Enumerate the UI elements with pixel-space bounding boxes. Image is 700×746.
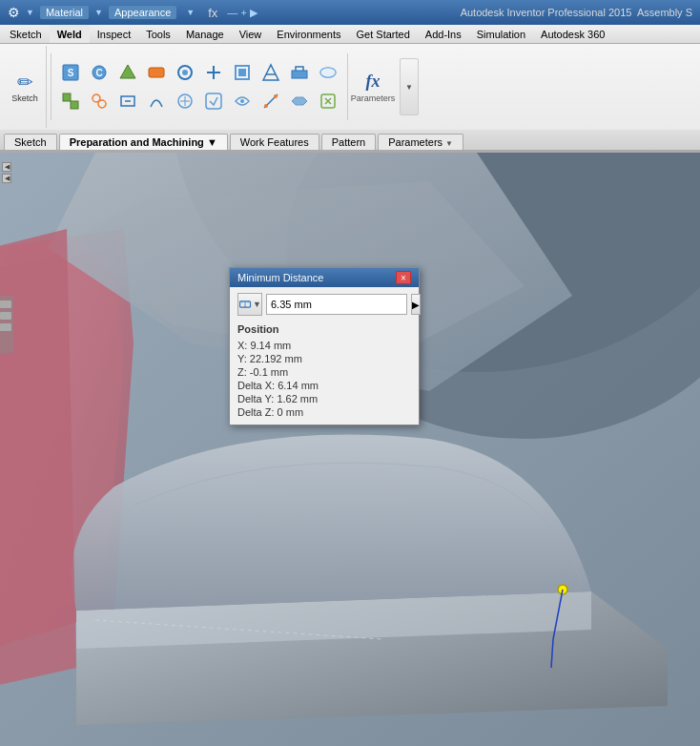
tab-pattern[interactable]: Pattern bbox=[321, 134, 376, 150]
ribbon-icon-11[interactable] bbox=[57, 88, 84, 114]
svg-rect-14 bbox=[71, 101, 78, 109]
viewport: ◀ ◀ Minimum Distance × ▼ ▶ Position X: 9 bbox=[0, 153, 700, 746]
ribbon-icon-14[interactable] bbox=[143, 88, 170, 114]
dialog-input-row: ▼ ▶ bbox=[237, 293, 411, 316]
ribbon-sep-1 bbox=[51, 53, 51, 120]
position-x: X: 9.14 mm bbox=[237, 339, 411, 352]
position-z: Z: -0.1 mm bbox=[237, 365, 411, 379]
ribbon-icon-3[interactable] bbox=[114, 59, 141, 86]
left-indicators: ◀ ◀ bbox=[2, 162, 11, 183]
title-right: Autodesk Inventor Professional 2015 Asse… bbox=[461, 7, 692, 18]
ribbon-icon-20[interactable] bbox=[315, 88, 341, 114]
ribbon-sketch-section: ✏ Sketch bbox=[4, 46, 47, 128]
ribbon-icon-5[interactable] bbox=[172, 59, 198, 86]
svg-rect-33 bbox=[0, 312, 11, 320]
ribbon: ✏ Sketch S C bbox=[0, 44, 700, 153]
dialog-close-button[interactable]: × bbox=[396, 271, 411, 284]
delta-y: Delta Y: 1.62 mm bbox=[237, 392, 411, 405]
material-dropdown[interactable]: Material bbox=[40, 6, 89, 19]
menu-environments[interactable]: Environments bbox=[269, 25, 348, 43]
svg-rect-34 bbox=[0, 323, 11, 331]
menu-bar: Sketch Weld Inspect Tools Manage View En… bbox=[0, 25, 700, 44]
minimum-distance-dialog: Minimum Distance × ▼ ▶ Position X: 9.14 … bbox=[229, 267, 420, 425]
ribbon-dropdown-section: ▼ bbox=[396, 46, 422, 128]
dialog-arrow-button[interactable]: ▶ bbox=[411, 294, 421, 315]
svg-text:C: C bbox=[95, 68, 102, 78]
ribbon-icon-18[interactable] bbox=[257, 88, 284, 114]
position-label: Position bbox=[237, 323, 411, 335]
menu-tools[interactable]: Tools bbox=[138, 25, 178, 43]
menu-manage[interactable]: Manage bbox=[178, 25, 232, 43]
sketch-icon[interactable]: ✏ Sketch bbox=[8, 60, 42, 114]
menu-weld[interactable]: Weld bbox=[50, 25, 90, 43]
ribbon-icon-1[interactable]: S bbox=[57, 59, 84, 86]
dialog-content: ▼ ▶ Position X: 9.14 mm Y: 22.192 mm Z: … bbox=[230, 287, 419, 425]
svg-marker-4 bbox=[120, 65, 135, 78]
ribbon-icon-10[interactable] bbox=[315, 59, 341, 86]
tab-parameters[interactable]: Parameters ▼ bbox=[378, 134, 463, 150]
svg-rect-10 bbox=[292, 71, 307, 78]
svg-rect-13 bbox=[63, 93, 71, 101]
menu-inspect[interactable]: Inspect bbox=[90, 25, 138, 43]
left-indicator-1: ◀ bbox=[2, 162, 11, 172]
svg-rect-5 bbox=[149, 68, 164, 77]
ribbon-fx-section: fx Parameters bbox=[352, 46, 394, 128]
svg-rect-18 bbox=[206, 93, 221, 109]
menu-autodesk360[interactable]: Autodesk 360 bbox=[533, 25, 612, 43]
ribbon-icon-4[interactable] bbox=[143, 59, 170, 86]
ribbon-sep-2 bbox=[347, 53, 348, 120]
dialog-title-bar: Minimum Distance × bbox=[230, 268, 419, 287]
delta-z: Delta Z: 0 mm bbox=[237, 405, 411, 419]
menu-simulation[interactable]: Simulation bbox=[469, 25, 533, 43]
svg-point-12 bbox=[320, 68, 336, 77]
ribbon-dropdown-btn[interactable]: ▼ bbox=[400, 58, 419, 115]
menu-view[interactable]: View bbox=[232, 25, 270, 43]
ribbon-icon-17[interactable] bbox=[229, 88, 256, 114]
tab-sketch[interactable]: Sketch bbox=[4, 134, 57, 150]
svg-point-7 bbox=[182, 70, 188, 75]
position-y: Y: 22.192 mm bbox=[237, 352, 411, 365]
ribbon-icon-12[interactable] bbox=[86, 88, 113, 114]
svg-point-21 bbox=[264, 104, 268, 108]
ribbon-icon-19[interactable] bbox=[286, 88, 313, 114]
dialog-measure-icon[interactable]: ▼ bbox=[237, 293, 262, 316]
svg-point-19 bbox=[240, 99, 244, 103]
svg-point-16 bbox=[98, 100, 106, 108]
ribbon-icon-16[interactable] bbox=[200, 88, 227, 114]
ribbon-icon-15[interactable] bbox=[172, 88, 198, 114]
scene-background bbox=[0, 153, 700, 746]
fx-icon[interactable]: fx Parameters bbox=[356, 60, 390, 114]
appearance-dropdown[interactable]: Appearance bbox=[109, 6, 176, 19]
ribbon-icon-6[interactable] bbox=[200, 59, 227, 86]
svg-point-22 bbox=[274, 94, 278, 98]
menu-get-started[interactable]: Get Started bbox=[349, 25, 418, 43]
ribbon-icons-row-1: ✏ Sketch bbox=[8, 48, 42, 126]
title-left: ⚙ ▼ Material ▼ Appearance ▼ fx — + ▶ bbox=[8, 5, 257, 20]
svg-rect-32 bbox=[0, 300, 11, 308]
ribbon-main-section: S C bbox=[55, 57, 343, 116]
menu-add-ins[interactable]: Add-Ins bbox=[418, 25, 469, 43]
ribbon-icon-13[interactable] bbox=[114, 88, 141, 114]
left-indicator-2: ◀ bbox=[2, 174, 11, 183]
title-bar: ⚙ ▼ Material ▼ Appearance ▼ fx — + ▶ Aut… bbox=[0, 0, 700, 25]
ribbon-row-top: S C bbox=[57, 59, 341, 86]
ribbon-icon-7[interactable] bbox=[229, 59, 256, 86]
svg-text:S: S bbox=[68, 68, 74, 78]
ribbon-icon-9[interactable] bbox=[286, 59, 313, 86]
svg-rect-9 bbox=[238, 69, 246, 76]
ribbon-icon-8[interactable] bbox=[257, 59, 284, 86]
dialog-value-input[interactable] bbox=[266, 294, 407, 315]
ribbon-tabs: Sketch Preparation and Machining ▼ Work … bbox=[0, 130, 700, 151]
dialog-title-text: Minimum Distance bbox=[237, 272, 323, 283]
delta-x: Delta X: 6.14 mm bbox=[237, 379, 411, 392]
dialog-dropdown-arrow: ▼ bbox=[253, 300, 261, 309]
tab-preparation[interactable]: Preparation and Machining ▼ bbox=[59, 134, 228, 150]
menu-sketch[interactable]: Sketch bbox=[2, 25, 50, 43]
ribbon-icon-2[interactable]: C bbox=[86, 59, 113, 86]
tab-work-features[interactable]: Work Features bbox=[230, 134, 319, 150]
ribbon-row-bottom bbox=[57, 88, 341, 114]
